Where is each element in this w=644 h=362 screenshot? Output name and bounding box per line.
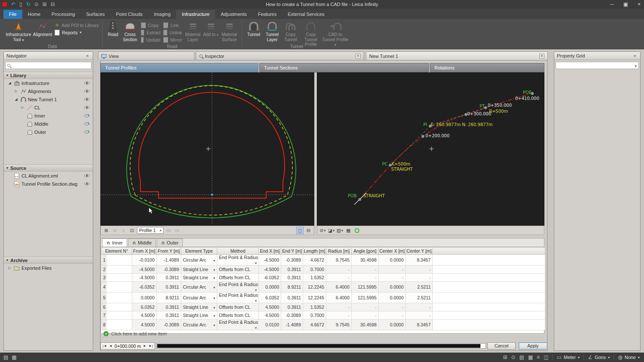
- table-cell-end-y-m[interactable]: 0.3911: [281, 274, 303, 282]
- dock-tab-new-tunnel-1[interactable]: New Tunnel 1 ×: [366, 51, 548, 60]
- add-new-item-row[interactable]: + Click here to add new item: [101, 330, 544, 338]
- table-cell-element-n[interactable]: 6: [101, 303, 132, 311]
- next-station-button[interactable]: ►: [143, 344, 146, 348]
- background-button[interactable]: ▦: [345, 227, 352, 234]
- table-cell-from-x-m[interactable]: -6.0352: [132, 282, 157, 293]
- next-profile-button[interactable]: ▭: [173, 227, 181, 234]
- table-cell-element-n[interactable]: 8: [101, 320, 132, 330]
- table-cell-end-y-m[interactable]: -0.3089: [281, 311, 303, 320]
- ribbon-tab-adjustments[interactable]: Adjustments: [215, 10, 252, 19]
- table-cell-center-x-m[interactable]: -: [379, 311, 406, 320]
- undo-icon[interactable]: ↶: [11, 2, 15, 7]
- close-icon[interactable]: ×: [539, 54, 544, 59]
- tree-expander-icon[interactable]: ▷: [20, 106, 25, 109]
- library-item-alignments[interactable]: ▷Alignments: [4, 87, 93, 95]
- view-3d-button[interactable]: ▧▾: [336, 227, 343, 234]
- table-cell-method[interactable]: End Point & Radius▾: [217, 320, 259, 330]
- table-cell-method[interactable]: End Point & Radius▾: [217, 293, 259, 303]
- table-cell-center-x-m[interactable]: 0.0000: [379, 320, 406, 330]
- close-icon[interactable]: ×: [355, 54, 361, 59]
- tree-expander-icon[interactable]: ▷: [14, 89, 18, 93]
- table-cell-end-y-m[interactable]: -0.3089: [281, 255, 303, 265]
- cancel-button[interactable]: Cancel: [487, 342, 516, 350]
- tunnel-profile-canvas[interactable]: [100, 72, 314, 226]
- table-cell-radius-m[interactable]: 9.7545: [326, 255, 352, 265]
- window-icon[interactable]: ◫: [544, 355, 548, 360]
- table-cell-element-type[interactable]: Circular Arc▾: [181, 320, 217, 330]
- archive-item-exported-files[interactable]: ▷Exported Files: [4, 264, 93, 272]
- table-cell-element-n[interactable]: 5: [101, 293, 132, 303]
- library-item-cl[interactable]: ▷CL: [4, 103, 93, 112]
- prev-profile-button[interactable]: ▭: [165, 227, 172, 234]
- tree-expander-icon[interactable]: ◢: [14, 97, 18, 101]
- table-cell-center-x-m[interactable]: 0.0000: [379, 293, 406, 303]
- table-cell-center-x-m[interactable]: -: [379, 274, 406, 282]
- close-icon[interactable]: ×: [85, 53, 90, 58]
- table-cell-length-m[interactable]: 1.5352: [303, 274, 326, 282]
- first-station-button[interactable]: |◄: [103, 344, 107, 348]
- table-cell-from-y-m[interactable]: 0.3911: [157, 311, 181, 320]
- table-cell-from-x-m[interactable]: -0.0100: [132, 255, 157, 265]
- grid-icon[interactable]: ▦: [528, 355, 533, 360]
- tree-expander-icon[interactable]: ▷: [7, 266, 12, 270]
- reports-button[interactable]: Reports ▾: [53, 29, 100, 36]
- last-station-button[interactable]: ►|: [149, 344, 153, 348]
- tab-tunnel-profiles[interactable]: Tunnel Profiles: [100, 63, 258, 72]
- tunnel-layer-button[interactable]: Tunnel Layer: [263, 20, 282, 42]
- refresh-icon[interactable]: ↻: [26, 2, 30, 7]
- tab-middle[interactable]: ∩Middle: [128, 238, 156, 247]
- ribbon-tab-surfaces[interactable]: Surfaces: [81, 10, 110, 19]
- table-cell-from-y-m[interactable]: -0.3089: [157, 320, 181, 330]
- table-cell-from-x-m[interactable]: 6.0352: [132, 303, 157, 311]
- close-icon[interactable]: ×: [632, 53, 638, 58]
- table-cell-element-type[interactable]: Circular Arc▾: [181, 282, 217, 293]
- table-cell-radius-m[interactable]: -: [326, 274, 352, 282]
- table-cell-element-n[interactable]: 7: [101, 311, 132, 320]
- station-scrollbar[interactable]: [156, 343, 486, 349]
- table-cell-element-n[interactable]: 2: [101, 265, 132, 274]
- library-item-inner[interactable]: Inner: [4, 112, 93, 120]
- export-icon[interactable]: ⊟: [51, 2, 55, 7]
- copy-view-button[interactable]: ⊡: [128, 227, 136, 234]
- table-cell-center-y-m[interactable]: 2.5211: [406, 282, 433, 293]
- visibility-eye-icon[interactable]: [83, 106, 91, 109]
- table-cell-from-y-m[interactable]: 8.9211: [157, 293, 181, 303]
- table-cell-length-m[interactable]: 0.7000: [303, 311, 326, 320]
- table-cell-end-y-m[interactable]: -1.4089: [281, 320, 303, 330]
- table-cell-length-m[interactable]: 12.2245: [303, 282, 326, 293]
- dock-tab-view[interactable]: View: [98, 51, 194, 60]
- ribbon-tab-processing[interactable]: Processing: [46, 10, 80, 19]
- table-cell-center-y-m[interactable]: -: [406, 311, 433, 320]
- table-cell-center-y-m[interactable]: -: [406, 274, 433, 282]
- scrollbar-thumb[interactable]: [157, 344, 480, 348]
- table-cell-end-x-m[interactable]: 0.0100: [259, 320, 281, 330]
- table-cell-from-y-m[interactable]: 0.3911: [157, 282, 181, 293]
- table-cell-length-m[interactable]: 0.7000: [303, 265, 326, 274]
- tools-icon[interactable]: ⊞: [503, 355, 507, 360]
- table-cell-angle-gon[interactable]: -: [352, 274, 379, 282]
- source-item-cl-alignment-xml[interactable]: CL Alignment.xml: [4, 172, 93, 180]
- table-cell-center-y-m[interactable]: -: [406, 303, 433, 311]
- table-cell-length-m[interactable]: 4.6672: [303, 255, 326, 265]
- profile-pin-icon[interactable]: [83, 130, 91, 134]
- table-cell-from-x-m[interactable]: -4.5000: [132, 274, 157, 282]
- tab-tunnel-sections[interactable]: Tunnel Sections: [259, 63, 429, 72]
- visibility-eye-icon[interactable]: [83, 81, 91, 85]
- road-button[interactable]: Road: [105, 20, 121, 37]
- table-cell-end-x-m[interactable]: -4.5000: [259, 265, 281, 274]
- display-mode-button[interactable]: ⊘▾: [319, 227, 326, 234]
- search-input[interactable]: [12, 63, 89, 68]
- table-cell-center-y-m[interactable]: 8.3457: [406, 255, 433, 265]
- table-cell-radius-m[interactable]: 6.4000: [326, 282, 352, 293]
- split-horizontal-button[interactable]: ⊟: [305, 227, 312, 234]
- table-cell-radius-m[interactable]: -: [326, 265, 352, 274]
- report-icon[interactable]: ▤: [519, 355, 524, 360]
- table-cell-end-y-m[interactable]: 0.3911: [281, 293, 303, 303]
- table-cell-length-m[interactable]: 12.2245: [303, 293, 326, 303]
- tree-expander-icon[interactable]: ◢: [7, 81, 12, 85]
- visibility-eye-icon[interactable]: [83, 174, 91, 178]
- table-cell-element-n[interactable]: 4: [101, 282, 132, 293]
- layers-icon[interactable]: ≡: [537, 355, 540, 360]
- table-cell-center-y-m[interactable]: 8.3457: [406, 320, 433, 330]
- table-cell-angle-gon[interactable]: 121.5995: [352, 282, 379, 293]
